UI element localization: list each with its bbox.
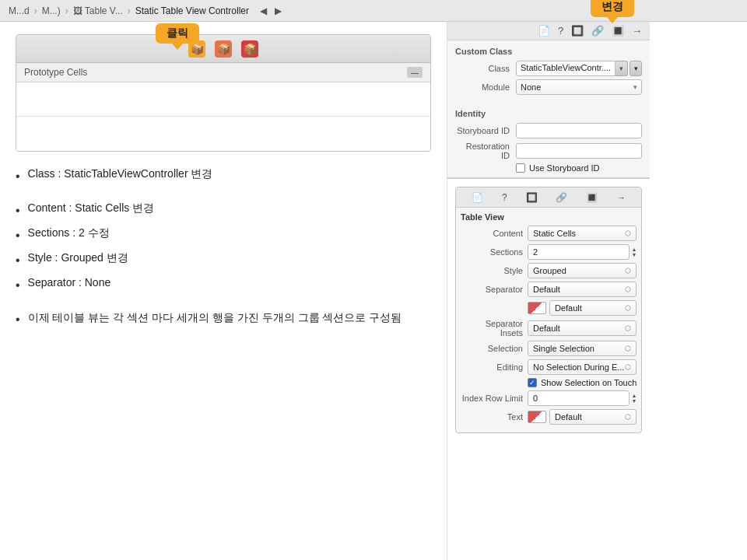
list-item: • Class : StaticTableViewController 변경	[16, 166, 431, 186]
tv-editing-select[interactable]: No Selection During E... ⬡	[528, 359, 637, 375]
tv-insp-icon-identity[interactable]: 🔲	[526, 192, 538, 203]
insp-icon-size[interactable]: 🔳	[612, 25, 624, 37]
restoration-id-field[interactable]	[516, 143, 642, 159]
tv-sections-value: 2	[533, 247, 538, 257]
module-row: Module None ▾	[455, 79, 642, 95]
module-select-arrow: ▾	[633, 83, 637, 91]
tv-insp-icon-conn[interactable]: →	[616, 192, 626, 203]
class-field[interactable]: StaticTableViewContr....	[516, 61, 615, 76]
tv-separator-row: Separator Default ⬡	[461, 282, 637, 297]
tv-editing-arrow: ⬡	[625, 363, 631, 371]
tv-sections-input[interactable]: 2	[528, 244, 630, 260]
insp-icon-attributes[interactable]: 🔗	[591, 25, 604, 37]
table-row	[16, 117, 430, 151]
tv-text-select[interactable]: Default ⬡	[549, 409, 637, 425]
bullet-text: Class : StaticTableViewController 변경	[28, 166, 213, 182]
tv-separator-color-row: Default ⬡	[461, 300, 637, 316]
tv-sections-stepper[interactable]: ▲ ▼	[631, 247, 637, 257]
tv-selection-select[interactable]: Single Selection ⬡	[528, 341, 637, 356]
tv-content-select[interactable]: Static Cells ⬡	[528, 226, 637, 241]
show-selection-checkbox[interactable]: ✓	[528, 378, 537, 387]
tv-insp-icon-attr[interactable]: 🔗	[556, 192, 567, 203]
breadcrumb-sep-2: ›	[65, 5, 68, 16]
prototype-cells-collapse-button[interactable]: —	[407, 67, 423, 78]
breadcrumb-item-1[interactable]: M...d	[9, 5, 30, 16]
bullet-dot: •	[16, 226, 20, 245]
tv-text-row: Text Default ⬡	[461, 409, 637, 425]
tv-style-select[interactable]: Grouped ⬡	[528, 263, 637, 278]
tv-text-arrow: ⬡	[625, 413, 631, 421]
tv-sep-insets-select[interactable]: Default ⬡	[528, 320, 637, 336]
tv-style-row: Style Grouped ⬡	[461, 263, 637, 278]
class-action-arrow[interactable]: ▾	[630, 61, 642, 76]
insp-icon-doc[interactable]: 📄	[538, 25, 550, 37]
list-item: • Style : Grouped 변경	[16, 250, 431, 270]
breadcrumb-item-2[interactable]: M...)	[42, 5, 61, 16]
class-row: Class StaticTableViewContr.... ▾ ▾	[455, 61, 642, 76]
insp-icon-help[interactable]: ?	[558, 25, 563, 37]
tv-insp-icon-size[interactable]: 🔳	[586, 192, 598, 203]
restoration-id-row: Restoration ID	[455, 142, 642, 160]
callout-right: 변경	[591, 0, 634, 17]
korean-list-item: • 이제 테이블 뷰는 각 섹션 마다 세개의 행을 가진 두개의 그룹 섹션으…	[16, 309, 431, 329]
nav-left-button[interactable]: ◀	[260, 5, 267, 16]
storyboard-id-label: Storyboard ID	[455, 126, 510, 135]
identity-section: Identity Storyboard ID Restoration ID Us…	[447, 104, 650, 178]
tv-content-label: Content	[461, 229, 523, 238]
bullet-text: Style : Grouped 변경	[28, 250, 128, 266]
separator-color-swatch[interactable]	[528, 302, 546, 314]
stepper-up[interactable]: ▲	[631, 247, 637, 252]
module-select[interactable]: None ▾	[516, 79, 642, 95]
class-label: Class	[455, 64, 510, 73]
tv-separator-arrow: ⬡	[625, 285, 631, 293]
class-field-arrow[interactable]: ▾	[615, 61, 628, 76]
tv-text-value: Default	[555, 412, 582, 422]
nav-right-button[interactable]: ▶	[275, 5, 282, 16]
tv-sep-color-select[interactable]: Default ⬡	[549, 300, 637, 316]
breadcrumb-sep-3: ›	[128, 5, 131, 16]
class-field-container[interactable]: StaticTableViewContr.... ▾	[516, 61, 628, 76]
tv-index-row-limit-input[interactable]: 0	[528, 390, 630, 406]
bullet-dot: •	[16, 276, 20, 295]
module-label: Module	[455, 82, 510, 92]
text-color-swatch[interactable]	[528, 411, 546, 423]
tv-sep-insets-value: Default	[533, 324, 560, 333]
tv-selection-label: Selection	[461, 344, 523, 353]
index-stepper-up[interactable]: ▲	[631, 393, 637, 398]
korean-paragraph: 이제 테이블 뷰는 각 섹션 마다 세개의 행을 가진 두개의 그룹 섹션으로 …	[28, 309, 402, 327]
restoration-id-label: Restoration ID	[455, 142, 510, 160]
bullet-text: Sections : 2 수정	[28, 225, 110, 241]
tv-index-row-limit-label: Index Row Limit	[461, 394, 523, 403]
tv-content-value: Static Cells	[533, 229, 576, 238]
stepper-down[interactable]: ▼	[631, 252, 637, 257]
tv-style-arrow: ⬡	[625, 267, 631, 275]
insp-icon-connections[interactable]: →	[632, 25, 642, 37]
breadcrumb-item-3[interactable]: 🖼 Table V...	[73, 5, 123, 16]
inspector-toolbar: 📄 ? 🔲 🔗 🔳 →	[447, 22, 650, 40]
tv-selection-arrow: ⬡	[625, 345, 631, 352]
tv-separator-select[interactable]: Default ⬡	[528, 282, 637, 297]
storyboard-id-row: Storyboard ID	[455, 123, 642, 138]
bullet-dot: •	[16, 167, 20, 186]
tv-editing-value: No Selection During E...	[533, 362, 624, 372]
use-storyboard-id-checkbox[interactable]	[516, 163, 525, 173]
index-stepper-down[interactable]: ▼	[631, 398, 637, 404]
bullet-list-2: • Content : Static Cells 변경 • Sections :…	[16, 200, 431, 295]
tv-insp-icon-help[interactable]: ?	[502, 192, 507, 203]
tv-sep-insets-row: Separator Insets Default ⬡	[461, 319, 637, 338]
insp-icon-identity[interactable]: 🔲	[571, 25, 584, 37]
tv-index-stepper[interactable]: ▲ ▼	[631, 393, 637, 404]
bullet-dot: •	[16, 201, 20, 220]
tv-sep-color-arrow: ⬡	[625, 304, 631, 312]
breadcrumb-bar: M...d › M...) › 🖼 Table V... › Static Ta…	[0, 0, 747, 22]
tv-section-title: Table View	[461, 212, 637, 222]
tv-sep-insets-label: Separator Insets	[461, 319, 523, 338]
tv-insp-icon-doc[interactable]: 📄	[472, 192, 483, 203]
tv-selection-row: Selection Single Selection ⬡	[461, 341, 637, 356]
toolbar-icon-2[interactable]: 📦	[215, 40, 232, 58]
toolbar-icon-3[interactable]: 📦	[241, 40, 258, 58]
tv-sep-color-value: Default	[555, 303, 582, 313]
identity-title: Identity	[455, 109, 642, 118]
storyboard-id-field[interactable]	[516, 123, 642, 138]
module-value: None	[521, 82, 541, 92]
